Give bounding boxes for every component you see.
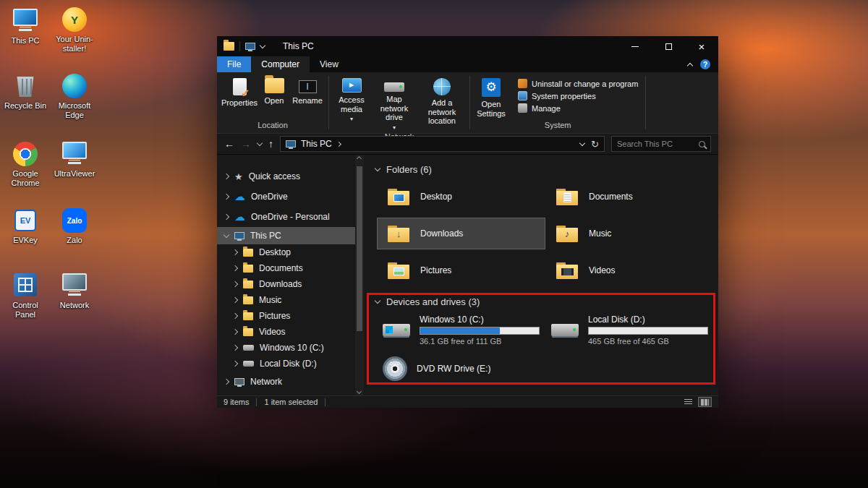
desktop-icon-zalo[interactable]: Zalo — [51, 204, 98, 245]
tab-file[interactable]: File — [217, 56, 251, 72]
sidebar-item-label: Desktop — [259, 247, 291, 257]
tab-computer[interactable]: Computer — [251, 56, 310, 72]
uninstaller-icon — [62, 3, 87, 32]
drive-item-local-disk-d[interactable]: Local Disk (D:) 465 GB free of 465 GB — [545, 312, 714, 348]
ribbon-group-network: Access media Map network drive Add a net… — [329, 72, 469, 133]
videos-folder-icon — [556, 262, 578, 279]
chevron-down-icon[interactable] — [375, 297, 380, 303]
tab-view[interactable]: View — [310, 56, 349, 72]
desktop-icon-your-uninstaller[interactable]: Your Unin-staller! — [51, 3, 98, 53]
close-button[interactable] — [685, 36, 718, 56]
cloud-icon — [234, 192, 245, 201]
map-drive-icon — [384, 82, 404, 92]
desktop-icon-ultraviewer[interactable]: UltraViewer — [51, 137, 98, 179]
sidebar-item-documents[interactable]: Documents — [217, 260, 355, 276]
desktop-icon-microsoft-edge[interactable]: Microsoft Edge — [51, 69, 98, 120]
search-icon[interactable] — [699, 141, 705, 147]
help-icon[interactable] — [700, 59, 710, 69]
recent-locations-icon[interactable] — [257, 140, 263, 145]
sidebar-item-pictures[interactable]: Pictures — [217, 308, 355, 324]
manage-button[interactable]: Manage — [518, 103, 638, 113]
folder-item-desktop[interactable]: Desktop — [377, 181, 545, 213]
sidebar-item-downloads[interactable]: Downloads — [217, 276, 355, 292]
chevron-right-icon[interactable] — [232, 329, 238, 335]
details-view-button[interactable] — [681, 397, 695, 407]
chevron-right-icon[interactable] — [232, 265, 238, 271]
chevron-right-icon[interactable] — [232, 297, 238, 303]
scroll-up-icon[interactable] — [357, 156, 362, 161]
chevron-right-icon[interactable] — [224, 174, 229, 179]
desktop-icon-evkey[interactable]: EVKey — [1, 204, 49, 245]
properties-button[interactable]: Properties — [221, 77, 258, 108]
large-icons-view-button[interactable] — [698, 397, 712, 407]
sidebar-scrollbar[interactable] — [355, 155, 364, 395]
desktop-icon-recycle-bin[interactable]: Recycle Bin — [1, 69, 49, 111]
computer-icon[interactable] — [245, 43, 255, 50]
chevron-right-icon[interactable] — [232, 345, 238, 351]
sidebar-item-quick-access[interactable]: Quick access — [217, 166, 355, 187]
chevron-right-icon[interactable] — [224, 379, 229, 385]
sidebar-item-onedrive-personal[interactable]: OneDrive - Personal — [217, 207, 355, 227]
forward-button[interactable] — [241, 139, 251, 149]
folder-item-videos[interactable]: Videos — [545, 254, 714, 286]
map-network-drive-button[interactable]: Map network drive — [372, 77, 417, 132]
sidebar-item-this-pc[interactable]: This PC — [217, 227, 355, 244]
desktop-icon-network[interactable]: Network — [51, 269, 98, 310]
chevron-right-icon[interactable] — [232, 249, 238, 255]
breadcrumb[interactable]: This PC — [280, 136, 605, 152]
desktop-icon-control-panel[interactable]: Control Panel — [1, 269, 49, 320]
chevron-right-icon[interactable] — [224, 194, 229, 200]
chevron-down-icon[interactable] — [224, 231, 229, 237]
chevron-down-icon[interactable] — [375, 165, 380, 171]
collapse-ribbon-icon[interactable] — [687, 62, 693, 68]
chevron-right-icon[interactable] — [232, 281, 238, 287]
chevron-right-icon[interactable] — [232, 361, 238, 367]
sidebar-item-desktop[interactable]: Desktop — [217, 244, 355, 260]
chevron-right-icon[interactable] — [336, 141, 341, 146]
desktop-icon-google-chrome[interactable]: Google Chrome — [1, 137, 49, 188]
rename-button[interactable]: Rename — [290, 77, 325, 106]
sidebar-item-music[interactable]: Music — [217, 292, 355, 308]
uninstall-program-button[interactable]: Uninstall or change a program — [518, 79, 638, 88]
access-media-button[interactable]: Access media — [333, 77, 370, 124]
minimize-button[interactable] — [618, 36, 652, 56]
sidebar-item-onedrive[interactable]: OneDrive — [217, 187, 355, 207]
folder-item-downloads[interactable]: Downloads — [377, 218, 545, 249]
drive-icon — [243, 345, 254, 351]
drive-item-windows-10-c[interactable]: Windows 10 (C:) 36.1 GB free of 111 GB — [377, 312, 545, 348]
folder-name: Downloads — [420, 228, 463, 239]
sidebar-item-local-disk-d[interactable]: Local Disk (D:) — [217, 356, 355, 372]
folder-item-documents[interactable]: Documents — [545, 181, 714, 213]
search-input[interactable] — [617, 140, 696, 148]
breadcrumb-location[interactable]: This PC — [301, 139, 332, 149]
chevron-right-icon[interactable] — [224, 214, 229, 220]
folder-item-pictures[interactable]: Pictures — [377, 254, 545, 286]
sidebar-item-videos[interactable]: Videos — [217, 324, 355, 340]
devices-section-header[interactable]: Devices and drives (3) — [375, 294, 718, 309]
sidebar-item-network[interactable]: Network — [217, 372, 355, 392]
folders-section-header[interactable]: Folders (6) — [375, 162, 718, 176]
scroll-down-icon[interactable] — [357, 389, 362, 394]
system-properties-button[interactable]: System properties — [518, 91, 638, 100]
sidebar-item-label: Windows 10 (C:) — [260, 343, 324, 353]
address-dropdown-icon[interactable] — [579, 140, 585, 145]
folder-name: Documents — [589, 192, 633, 202]
desktop-icon-this-pc[interactable]: This PC — [1, 4, 49, 46]
add-network-location-button[interactable]: Add a network location — [418, 77, 466, 127]
open-settings-button[interactable]: Open Settings — [474, 77, 509, 119]
refresh-icon[interactable] — [591, 140, 599, 149]
titlebar[interactable]: This PC — [217, 36, 718, 56]
sidebar-item-windows-10-c[interactable]: Windows 10 (C:) — [217, 340, 355, 356]
back-button[interactable] — [224, 139, 234, 149]
drive-item-dvd-rw-e[interactable]: DVD DVD RW Drive (E:) — [377, 351, 545, 387]
scrollbar-thumb[interactable] — [357, 166, 362, 331]
star-icon — [234, 172, 243, 181]
folder-item-music[interactable]: Music — [545, 218, 714, 249]
chevron-down-icon[interactable] — [260, 42, 265, 48]
up-button[interactable] — [268, 139, 273, 149]
chevron-right-icon[interactable] — [232, 313, 238, 319]
open-button[interactable]: Open — [260, 77, 289, 106]
desktop-icon-label: This PC — [11, 36, 39, 46]
sidebar-item-label: Pictures — [259, 311, 290, 321]
maximize-button[interactable] — [652, 36, 685, 56]
